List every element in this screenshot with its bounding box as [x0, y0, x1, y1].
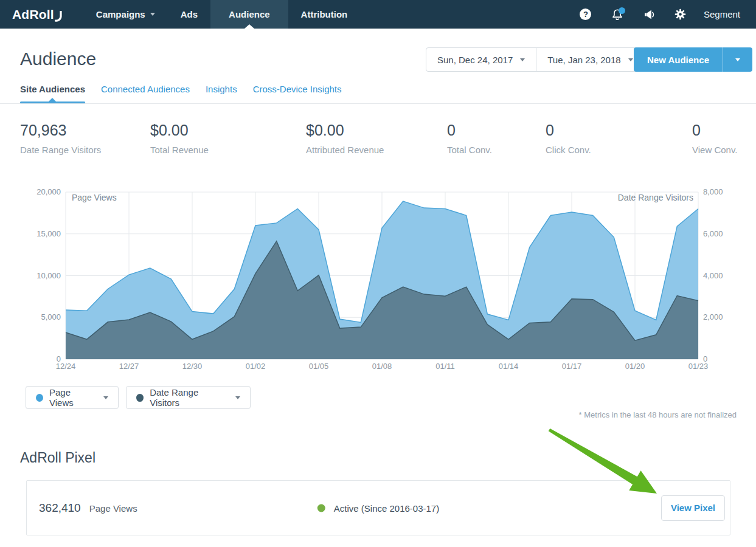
stat-date-range-visitors: 70,963 Date Range Visitors [20, 122, 101, 155]
svg-text:5,000: 5,000 [41, 312, 61, 322]
nav-item-attribution-label: Attribution [301, 9, 348, 19]
svg-text:01/20: 01/20 [625, 362, 645, 371]
active-status-dot-icon [317, 504, 325, 512]
adroll-logo-text: AdRoll [12, 7, 54, 22]
notifications-button[interactable] [602, 0, 633, 29]
help-icon: ? [580, 9, 591, 20]
svg-text:8,000: 8,000 [703, 187, 723, 196]
stat-value: 70,963 [20, 122, 101, 139]
pixel-status: Active (Since 2016-03-17) [317, 503, 439, 513]
end-date-value: Tue, Jan 23, 2018 [547, 55, 620, 65]
pixel-page-views-label: Page Views [89, 503, 137, 514]
stat-view-conv: 0 View Conv. [692, 122, 737, 155]
legend-page-views-dropdown[interactable]: Page Views [26, 386, 119, 409]
chevron-down-icon [520, 58, 525, 61]
notification-badge [619, 7, 625, 14]
nav-item-attribution[interactable]: Attribution [288, 0, 361, 29]
adroll-logo[interactable]: AdRoll [12, 0, 64, 29]
stat-value: $0.00 [306, 122, 384, 139]
stat-click-conv: 0 Click Conv. [546, 122, 591, 155]
stat-value: $0.00 [150, 122, 209, 139]
svg-text:01/17: 01/17 [562, 362, 582, 371]
chevron-down-icon [628, 58, 633, 61]
date-range-visitors-dot-icon [136, 394, 144, 402]
pixel-section-heading: AdRoll Pixel [20, 450, 95, 466]
svg-text:01/08: 01/08 [372, 362, 392, 371]
svg-text:12/24: 12/24 [56, 362, 76, 371]
chevron-down-icon [735, 58, 740, 61]
svg-text:6,000: 6,000 [703, 229, 723, 238]
svg-text:01/23: 01/23 [688, 362, 709, 371]
legend-label: Page Views [49, 387, 94, 408]
svg-text:4,000: 4,000 [703, 271, 723, 280]
view-pixel-button[interactable]: View Pixel [661, 495, 725, 521]
pixel-card: 362,410 Page Views Active (Since 2016-03… [26, 480, 730, 535]
tab-connected-audiences[interactable]: Connected Audiences [101, 84, 190, 103]
stat-value: 0 [447, 122, 492, 139]
svg-text:01/02: 01/02 [246, 362, 266, 371]
stat-label: View Conv. [692, 145, 737, 155]
pixel-page-views-value: 362,410 [39, 501, 81, 515]
tab-site-audiences[interactable]: Site Audiences [20, 84, 85, 103]
pixel-page-views: 362,410 Page Views [39, 501, 137, 515]
nav-item-ads-label: Ads [181, 9, 198, 19]
metrics-footnote: * Metrics in the last 48 hours are not f… [0, 410, 737, 419]
start-date-selector[interactable]: Sun, Dec 24, 2017 [426, 48, 536, 71]
settings-button[interactable] [665, 0, 696, 29]
end-date-selector[interactable]: Tue, Jan 23, 2018 [536, 48, 643, 71]
stat-label: Date Range Visitors [20, 145, 101, 155]
stat-label: Total Revenue [150, 145, 209, 155]
audience-area-chart: 05,00010,00015,00020,00002,0004,0006,000… [0, 182, 756, 377]
stat-attributed-revenue: $0.00 Attributed Revenue [306, 122, 384, 155]
tab-cross-device-insights[interactable]: Cross-Device Insights [253, 84, 342, 103]
stat-total-conv: 0 Total Conv. [447, 122, 492, 155]
help-button[interactable]: ? [570, 0, 602, 29]
gear-icon [674, 8, 687, 21]
announcements-button[interactable] [633, 0, 665, 29]
stat-label: Total Conv. [447, 145, 492, 155]
stat-value: 0 [692, 122, 737, 139]
new-audience-button[interactable]: New Audience [634, 47, 723, 72]
header-divider [0, 103, 756, 104]
nav-item-campaigns[interactable]: Campaigns [83, 0, 168, 29]
audience-tabs: Site Audiences Connected Audiences Insig… [20, 84, 342, 103]
tab-insights[interactable]: Insights [206, 84, 237, 103]
audience-page: AdRoll Campaigns Ads Audience Attributio… [0, 0, 756, 547]
svg-text:Page Views: Page Views [72, 193, 117, 202]
svg-text:20,000: 20,000 [36, 187, 61, 196]
segment-link[interactable]: Segment [696, 9, 747, 19]
stat-label: Click Conv. [546, 145, 591, 155]
nav-item-audience[interactable]: Audience [210, 0, 288, 29]
stat-total-revenue: $0.00 Total Revenue [150, 122, 209, 155]
stat-label: Attributed Revenue [306, 145, 384, 155]
svg-text:10,000: 10,000 [36, 271, 61, 280]
svg-text:2,000: 2,000 [703, 312, 723, 322]
adroll-logo-swoosh [55, 11, 64, 22]
svg-text:12/30: 12/30 [182, 362, 203, 371]
legend-date-range-visitors-dropdown[interactable]: Date Range Visitors [126, 386, 251, 409]
new-audience-split-button: New Audience [634, 47, 752, 72]
chevron-down-icon [103, 396, 108, 399]
svg-text:01/05: 01/05 [309, 362, 329, 371]
svg-text:Date Range Visitors: Date Range Visitors [618, 193, 693, 202]
chevron-down-icon [235, 396, 240, 399]
active-nav-notch [244, 24, 254, 29]
svg-text:01/11: 01/11 [435, 362, 455, 371]
page-title: Audience [20, 49, 96, 69]
stat-value: 0 [546, 122, 591, 139]
top-navbar: AdRoll Campaigns Ads Audience Attributio… [0, 0, 756, 29]
chevron-down-icon [150, 13, 155, 16]
pixel-status-text: Active (Since 2016-03-17) [334, 503, 439, 513]
svg-text:01/14: 01/14 [499, 362, 519, 371]
nav-item-ads[interactable]: Ads [168, 0, 210, 29]
start-date-value: Sun, Dec 24, 2017 [437, 55, 513, 65]
page-views-dot-icon [36, 394, 43, 402]
nav-item-audience-label: Audience [229, 9, 270, 19]
legend-label: Date Range Visitors [150, 387, 226, 408]
new-audience-dropdown-button[interactable] [723, 47, 752, 72]
date-range-picker: Sun, Dec 24, 2017 Tue, Jan 23, 2018 [426, 47, 645, 72]
navbar-right-group: ? [570, 0, 747, 29]
megaphone-icon [642, 7, 656, 22]
nav-item-campaigns-label: Campaigns [96, 9, 145, 19]
svg-text:12/27: 12/27 [119, 362, 139, 371]
